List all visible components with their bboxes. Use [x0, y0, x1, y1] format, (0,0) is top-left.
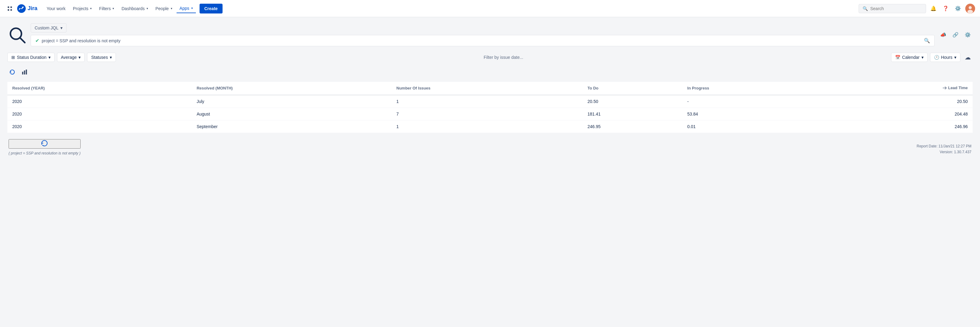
table-body: 2020July120.50-20.502020August7181.4153.… [7, 95, 973, 133]
table-row: 2020September1246.950.01246.96 [7, 120, 973, 133]
nav-item-dashboards[interactable]: Dashboards ▾ [118, 4, 151, 13]
nav-item-apps[interactable]: Apps ▾ [177, 4, 196, 13]
query-input-wrap: ✔ 🔍 [31, 35, 935, 46]
main-content: Custom JQL ▾ ✔ 🔍 📣 🔗 ⚙️ ⊞ Status Duratio… [0, 17, 980, 327]
svg-rect-11 [26, 70, 27, 75]
grid-toolbar-icon: ⊞ [11, 55, 15, 60]
svg-rect-0 [8, 6, 9, 8]
nav-item-filters[interactable]: Filters ▾ [96, 4, 117, 13]
footer: ( project = SSP and resolution is not em… [7, 139, 973, 156]
statuses-chevron-icon: ▾ [110, 55, 112, 60]
svg-rect-10 [24, 70, 25, 75]
calendar-chevron-icon: ▾ [921, 55, 924, 60]
grid-icon[interactable] [5, 4, 15, 13]
nav-right: 🔍 🔔 ❓ ⚙️ [859, 4, 975, 13]
navbar: Jira Your work Projects ▾ Filters ▾ Dash… [0, 0, 980, 17]
svg-rect-3 [10, 9, 12, 11]
chart-controls [7, 67, 973, 77]
help-icon[interactable]: ❓ [941, 4, 951, 13]
dashboards-chevron-icon: ▾ [146, 7, 148, 10]
custom-jql-button[interactable]: Custom JQL ▾ [31, 23, 67, 32]
cell-resolved_month: September [192, 120, 391, 133]
cell-in_progress: 0.01 [682, 120, 821, 133]
cell-lead_time: 204.48 [821, 108, 973, 120]
svg-rect-9 [22, 72, 23, 75]
cell-in_progress: 53.84 [682, 108, 821, 120]
data-table: Resolved (YEAR) Resolved (MONTH) Number … [7, 82, 973, 133]
cell-number_of_issues: 7 [391, 108, 582, 120]
people-chevron-icon: ▾ [171, 7, 172, 10]
average-chevron-icon: ▾ [78, 55, 81, 60]
cell-resolved_month: August [192, 108, 391, 120]
jira-logo[interactable]: Jira [17, 4, 37, 13]
share-icon[interactable]: 🔗 [951, 30, 960, 40]
logo-text: Jira [28, 5, 37, 12]
nav-left: Jira Your work Projects ▾ Filters ▾ Dash… [5, 4, 859, 13]
cell-to_do: 181.41 [582, 108, 682, 120]
status-duration-button[interactable]: ⊞ Status Duration ▾ [7, 53, 54, 62]
cell-to_do: 246.95 [582, 120, 682, 133]
cell-resolved_year: 2020 [7, 95, 192, 108]
bar-chart-icon[interactable] [20, 67, 29, 77]
create-button[interactable]: Create [200, 4, 223, 13]
nav-item-your-work[interactable]: Your work [43, 4, 68, 13]
cell-lead_time: 20.50 [821, 95, 973, 108]
toolbar: ⊞ Status Duration ▾ Average ▾ Statuses ▾… [7, 52, 973, 62]
footer-refresh-icon[interactable] [9, 139, 81, 149]
footer-meta: Report Date: 11/Jan/21 12:27 PM Version:… [916, 143, 971, 155]
big-search-icon [7, 25, 27, 45]
query-search-icon[interactable]: 🔍 [924, 38, 930, 43]
footer-query: ( project = SSP and resolution is not em… [9, 151, 81, 156]
report-date: Report Date: 11/Jan/21 12:27 PM [916, 143, 971, 149]
statuses-button[interactable]: Statuses ▾ [87, 53, 116, 62]
query-section: Custom JQL ▾ ✔ 🔍 📣 🔗 ⚙️ [7, 23, 973, 46]
cell-number_of_issues: 1 [391, 120, 582, 133]
cell-in_progress: - [682, 95, 821, 108]
cell-resolved_year: 2020 [7, 108, 192, 120]
settings-icon[interactable]: ⚙️ [953, 4, 963, 13]
query-valid-icon: ✔ [35, 38, 39, 43]
query-input[interactable] [42, 38, 921, 43]
col-in-progress: In Progress [682, 82, 821, 95]
avatar[interactable] [965, 4, 975, 13]
svg-point-6 [967, 10, 973, 13]
calendar-button[interactable]: 📅 Calendar ▾ [891, 53, 928, 62]
cell-resolved_year: 2020 [7, 120, 192, 133]
search-box[interactable]: 🔍 [859, 4, 926, 13]
hours-button[interactable]: 🕐 Hours ▾ [930, 53, 960, 62]
settings-action-icon[interactable]: ⚙️ [963, 30, 973, 40]
average-button[interactable]: Average ▾ [57, 53, 85, 62]
search-input[interactable] [870, 6, 922, 11]
table-row: 2020July120.50-20.50 [7, 95, 973, 108]
notifications-icon[interactable]: 🔔 [929, 4, 938, 13]
table-row: 2020August7181.4153.84204.48 [7, 108, 973, 120]
version: Version: 1.30.7.437 [916, 149, 971, 155]
nav-item-projects[interactable]: Projects ▾ [70, 4, 95, 13]
announce-icon[interactable]: 📣 [938, 30, 948, 40]
search-icon: 🔍 [862, 6, 868, 11]
custom-jql-chevron-icon: ▾ [60, 25, 62, 30]
hours-chevron-icon: ▾ [954, 55, 956, 60]
cell-lead_time: 246.96 [821, 120, 973, 133]
svg-rect-1 [10, 6, 12, 8]
query-actions: 📣 🔗 ⚙️ [938, 30, 973, 40]
status-duration-chevron-icon: ▾ [48, 55, 51, 60]
clock-icon: 🕐 [934, 55, 939, 60]
toolbar-right: 📅 Calendar ▾ 🕐 Hours ▾ ☁ [891, 52, 973, 62]
projects-chevron-icon: ▾ [90, 7, 92, 10]
filter-date[interactable]: Filter by issue date... [118, 55, 889, 60]
cloud-icon[interactable]: ☁ [963, 52, 973, 62]
col-number-of-issues: Number Of Issues [391, 82, 582, 95]
cell-number_of_issues: 1 [391, 95, 582, 108]
svg-rect-2 [8, 9, 9, 11]
cell-resolved_month: July [192, 95, 391, 108]
table-header: Resolved (YEAR) Resolved (MONTH) Number … [7, 82, 973, 95]
svg-point-5 [969, 6, 972, 9]
col-to-do: To Do [582, 82, 682, 95]
filters-chevron-icon: ▾ [113, 7, 114, 10]
nav-item-people[interactable]: People ▾ [152, 4, 175, 13]
apps-chevron-icon: ▾ [191, 6, 193, 10]
refresh-icon[interactable] [7, 67, 17, 77]
cell-to_do: 20.50 [582, 95, 682, 108]
col-resolved-month: Resolved (MONTH) [192, 82, 391, 95]
